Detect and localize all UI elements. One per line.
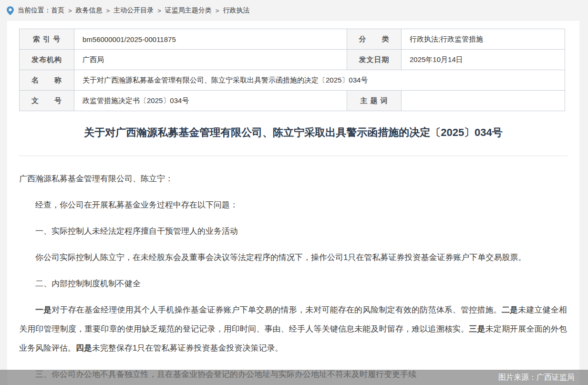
- watermark-source-text: 图片来源：广西证监局: [498, 373, 575, 383]
- breadcrumb-separator: >: [106, 7, 110, 14]
- breadcrumb-item-enforcement[interactable]: 行政执法: [223, 6, 249, 15]
- breadcrumb-item-open-catalog[interactable]: 主动公开目录: [113, 6, 154, 15]
- breadcrumb: 当前位置： 首页 > 政务信息 > 主动公开目录 > 证监局主题分类 > 行政执…: [0, 0, 588, 21]
- table-row: 文 号 政监管措施决定书〔2025〕034号 主 题 词: [20, 91, 565, 111]
- breadcrumb-label: 当前位置：: [18, 6, 51, 15]
- bold-marker-2: 二是: [502, 305, 518, 314]
- meta-label-index: 索 引 号: [20, 29, 74, 50]
- document-body: 广西瀚源私募基金管理有限公司、陈立宁： 经查，你公司在开展私募基金业务过程中存在…: [19, 169, 567, 384]
- breadcrumb-separator: >: [68, 7, 72, 14]
- watermark-bar: 图片来源：广西证监局: [0, 370, 588, 385]
- meta-value-publisher: 广西局: [74, 50, 347, 70]
- bold-marker-3: 三是: [469, 324, 485, 333]
- meta-label-date: 发文日期: [347, 50, 402, 70]
- paragraph-issue-2-detail: 一是对于存在基金经理使用其个人手机操作基金证券账户下单交易的情形，未对可能存在的…: [19, 301, 567, 358]
- page: 当前位置： 首页 > 政务信息 > 主动公开目录 > 证监局主题分类 > 行政执…: [0, 0, 588, 385]
- divider: [19, 156, 567, 156]
- detail-segment: 对于存在基金经理使用其个人手机操作基金证券账户下单交易的情形，未对可能存在的风险…: [52, 305, 502, 314]
- detail-segment: 未完整保存1只在管私募证券投资基金投资决策记录。: [92, 343, 283, 353]
- meta-label-name: 名 称: [20, 70, 74, 91]
- bold-marker-1: 一是: [35, 305, 52, 314]
- paragraph-salutation: 广西瀚源私募基金管理有限公司、陈立宁：: [19, 169, 567, 188]
- meta-value-name: 关于对广西瀚源私募基金管理有限公司、陈立宁采取出具警示函措施的决定〔2025〕0…: [74, 70, 565, 91]
- meta-label-publisher: 发布机构: [20, 50, 74, 70]
- meta-label-subject: 主 题 词: [347, 91, 402, 111]
- breadcrumb-separator: >: [157, 7, 161, 14]
- content-card: 索 引 号 bm56000001/2025-00011875 分 类 行政执法;…: [7, 21, 579, 385]
- meta-label-category: 分 类: [347, 29, 402, 50]
- paragraph-issue-1-heading: 一、实际控制人未经法定程序擅自干预管理人的业务活动: [19, 222, 567, 241]
- table-row: 名 称 关于对广西瀚源私募基金管理有限公司、陈立宁采取出具警示函措施的决定〔20…: [20, 70, 565, 91]
- document-meta-table: 索 引 号 bm56000001/2025-00011875 分 类 行政执法;…: [19, 29, 565, 111]
- meta-value-category: 行政执法;行政监管措施: [402, 29, 565, 50]
- breadcrumb-item-csrc-topics[interactable]: 证监局主题分类: [165, 6, 212, 15]
- meta-value-index: bm56000001/2025-00011875: [74, 29, 347, 50]
- breadcrumb-item-home[interactable]: 首页: [51, 6, 64, 15]
- location-pin-icon: [6, 6, 14, 16]
- table-row: 索 引 号 bm56000001/2025-00011875 分 类 行政执法;…: [20, 29, 565, 50]
- table-row: 发布机构 广西局 发文日期 2025年10月14日: [20, 50, 565, 70]
- breadcrumb-separator: >: [216, 7, 219, 14]
- meta-value-docnum: 政监管措施决定书〔2025〕034号: [74, 91, 347, 111]
- bold-marker-4: 四是: [76, 343, 92, 353]
- meta-value-subject: [402, 91, 565, 111]
- page-title: 关于对广西瀚源私募基金管理有限公司、陈立宁采取出具警示函措施的决定〔2025〕0…: [7, 125, 579, 140]
- breadcrumb-item-gov-info[interactable]: 政务信息: [76, 6, 103, 15]
- meta-label-docnum: 文 号: [20, 91, 74, 111]
- paragraph-issue-2-heading: 二、内部控制制度机制不健全: [19, 274, 567, 293]
- paragraph-issue-1-detail: 你公司实际控制人陈立宁，在未经股东会及董事会决议等法定程序的情况下，操作公司1只…: [19, 248, 567, 267]
- meta-value-date: 2025年10月14日: [402, 50, 565, 70]
- paragraph-intro: 经查，你公司在开展私募基金业务过程中存在以下问题：: [19, 196, 567, 215]
